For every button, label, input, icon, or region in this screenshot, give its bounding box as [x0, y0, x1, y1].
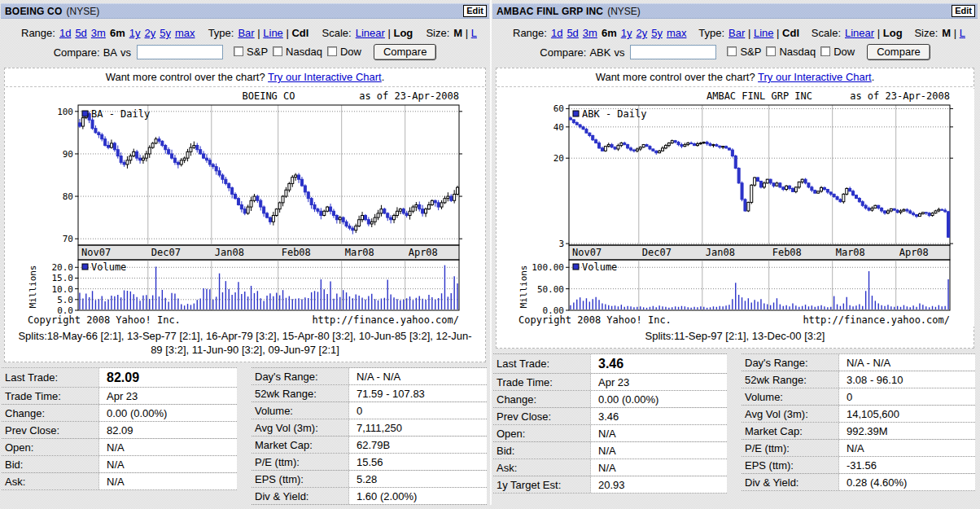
checkbox-icon[interactable] [727, 46, 737, 56]
type-option-link: Cdl [782, 27, 799, 39]
quote-table: Last Trade: 82.09 Trade Time: Apr 23 Cha… [2, 367, 487, 505]
quote-value: 0 [839, 388, 975, 405]
quote-value: 3.46 [591, 354, 727, 373]
quote-value: 0 [349, 402, 487, 419]
quote-value: 15.56 [349, 454, 487, 470]
quote-label: Market Cap: [252, 437, 349, 453]
svg-text:Mar08: Mar08 [836, 247, 865, 258]
panel-header: AMBAC FINL GRP INC (NYSE) Edit [492, 3, 978, 19]
checkbox-icon[interactable] [820, 46, 830, 56]
checkbox-icon[interactable] [273, 46, 282, 56]
index-checkboxes: S&PNasdaqDow [229, 46, 361, 59]
index-checkbox-option[interactable]: Nasdaq [273, 46, 322, 58]
checkbox-label: Nasdaq [286, 46, 322, 58]
type-group: Type:BarLineCdl [208, 27, 309, 39]
checkbox-icon[interactable] [234, 46, 243, 56]
type-options: BarLineCdl [728, 27, 799, 39]
quote-row: Change: 0.00 (0.00%) [2, 405, 237, 422]
quote-label: Prev Close: [2, 422, 99, 438]
range-option-link[interactable]: 3m [583, 27, 597, 39]
edit-button[interactable]: Edit [952, 5, 975, 17]
checkbox-icon[interactable] [327, 46, 337, 56]
range-option-link[interactable]: 1d [59, 27, 71, 39]
quote-row: Market Cap: 62.79B [252, 437, 487, 454]
quote-label: 52wk Range: [742, 371, 839, 388]
interactive-chart-link[interactable]: Try our Interactive Chart [758, 71, 872, 83]
quote-value: N/A [839, 440, 975, 456]
quote-label: P/E (ttm): [742, 440, 839, 456]
type-option-link[interactable]: Line [263, 27, 291, 39]
scale-option-link[interactable]: Linear [356, 27, 394, 39]
quote-label: Bid: [2, 456, 99, 472]
svg-text:40: 40 [553, 122, 564, 133]
quote-value: N/A - N/A [839, 354, 975, 371]
index-checkbox-option[interactable]: S&P [234, 46, 268, 58]
type-label: Type: [698, 27, 724, 39]
checkbox-icon[interactable] [766, 46, 776, 56]
quote-value: 0.00 (0.00%) [591, 391, 727, 407]
stock-title: AMBAC FINL GRP INC [497, 6, 603, 17]
range-option-link[interactable]: 3m [91, 27, 106, 39]
range-option-link[interactable]: 1y [129, 27, 141, 39]
range-option-link[interactable]: 5d [567, 27, 578, 39]
svg-text:Jan08: Jan08 [215, 247, 244, 258]
svg-text:ABK - Daily: ABK - Daily [582, 108, 646, 120]
compare-button[interactable]: Compare [374, 44, 436, 60]
quote-left-column: Last Trade: 3.46 Trade Time: Apr 23 Chan… [493, 353, 727, 494]
scale-option-link[interactable]: Linear [845, 27, 883, 39]
range-option-link[interactable]: 5y [651, 27, 663, 39]
index-checkbox-option[interactable]: Dow [327, 46, 361, 58]
range-group: Range:1d5d3m6m1y2y5ymax [21, 27, 195, 39]
range-option-link[interactable]: max [175, 27, 195, 39]
compare-button[interactable]: Compare [867, 44, 930, 60]
range-option-link[interactable]: 5d [75, 27, 86, 39]
range-option-link[interactable]: 1y [621, 27, 632, 39]
quote-label: Day's Range: [252, 368, 349, 384]
svg-text:Copyright 2008 Yahoo! Inc.: Copyright 2008 Yahoo! Inc. [518, 314, 672, 326]
index-checkbox-option[interactable]: Dow [820, 46, 855, 58]
svg-text:20.0: 20.0 [52, 262, 74, 273]
stock-exchange: (NYSE) [66, 6, 99, 17]
range-option-link[interactable]: 2y [636, 27, 647, 39]
chart-toolbar: Range:1d5d3m6m1y2y5ymax Type:BarLineCdl … [0, 22, 490, 42]
compare-symbol-input[interactable] [137, 45, 223, 59]
quote-value: Apr 23 [591, 374, 727, 390]
quote-value: 0.00 (0.00%) [99, 405, 237, 421]
stock-panel: BOEING CO (NYSE) Edit Range:1d5d3m6m1y2y… [0, 0, 490, 505]
promo-text: Want more control over the chart? [596, 71, 758, 83]
type-option-link[interactable]: Bar [728, 27, 754, 39]
svg-text:3: 3 [558, 239, 564, 249]
scale-label: Scale: [322, 27, 352, 39]
svg-text:50.00: 50.00 [537, 284, 564, 295]
interactive-chart-link[interactable]: Try our Interactive Chart [268, 71, 382, 83]
range-option-link[interactable]: 1d [551, 27, 562, 39]
range-option-link[interactable]: max [667, 27, 687, 39]
quote-right-column: Day's Range: N/A - N/A 52wk Range: 3.08 … [742, 353, 975, 494]
svg-text:Nov07: Nov07 [81, 247, 111, 258]
svg-text:Apr08: Apr08 [899, 247, 929, 258]
svg-text:100.00: 100.00 [532, 262, 564, 273]
quote-label: Change: [493, 391, 591, 407]
quote-row: Prev Close: 82.09 [2, 422, 237, 439]
quote-row: Volume: 0 [252, 402, 487, 419]
range-option-link[interactable]: 5y [160, 27, 171, 39]
range-option-link[interactable]: 2y [144, 27, 155, 39]
size-option-link: M [453, 27, 470, 39]
quote-right-column: Day's Range: N/A - N/A 52wk Range: 71.59… [252, 367, 487, 505]
svg-text:Feb08: Feb08 [282, 247, 311, 258]
index-checkbox-option[interactable]: Nasdaq [766, 46, 816, 58]
type-option-link: Cdl [291, 27, 308, 39]
size-option-link: M [942, 27, 959, 39]
quote-value: N/A [591, 425, 727, 441]
type-option-link[interactable]: Bar [238, 27, 263, 39]
edit-button[interactable]: Edit [463, 5, 487, 17]
svg-text:as of 23-Apr-2008: as of 23-Apr-2008 [850, 90, 950, 102]
compare-symbol-input[interactable] [630, 45, 716, 59]
compare-label: Compare: [540, 46, 586, 59]
svg-text:80: 80 [63, 191, 73, 202]
type-option-link[interactable]: Line [754, 27, 782, 39]
index-checkbox-option[interactable]: S&P [727, 46, 761, 58]
size-option-link[interactable]: L [471, 27, 477, 39]
size-option-link[interactable]: L [960, 27, 965, 39]
size-label: Size: [426, 27, 449, 39]
